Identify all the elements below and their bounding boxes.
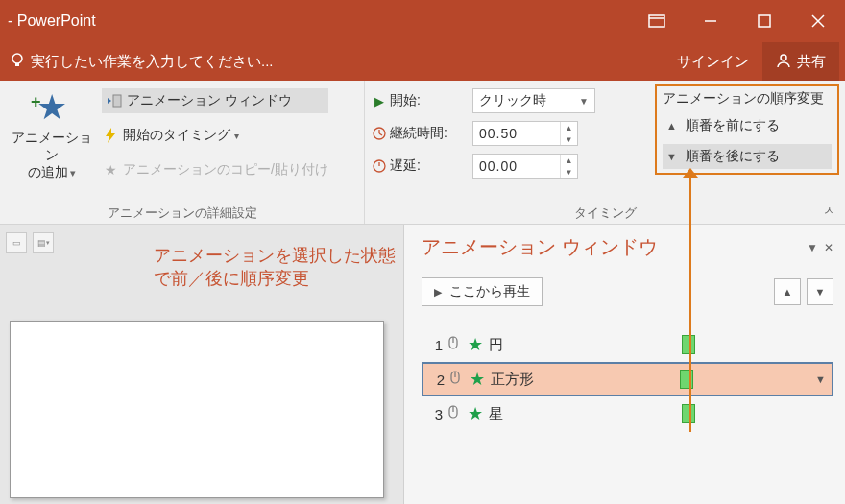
delay-value: 00.00 bbox=[473, 158, 560, 174]
trigger-button[interactable]: 開始のタイミング ▾ bbox=[102, 123, 328, 148]
delay-spinner[interactable]: 00.00 ▲▼ bbox=[472, 154, 578, 179]
svg-rect-9 bbox=[113, 95, 121, 107]
start-combo[interactable]: クリック時 ▼ bbox=[472, 88, 595, 113]
tellme-input[interactable]: 実行したい作業を入力してください... bbox=[31, 53, 664, 71]
item-number: 2 bbox=[427, 372, 445, 388]
lightning-icon bbox=[102, 128, 119, 143]
animation-item[interactable]: 1 ★ 円 bbox=[422, 327, 833, 362]
svg-marker-10 bbox=[108, 98, 111, 104]
annotation-text: アニメーションを選択した状態で前／後に順序変更 bbox=[154, 244, 403, 290]
advanced-group-label: アニメーションの詳細設定 bbox=[0, 203, 364, 224]
svg-line-14 bbox=[379, 133, 382, 135]
close-button[interactable] bbox=[791, 0, 845, 42]
animation-painter-label: アニメーションのコピー/貼り付け bbox=[123, 161, 328, 179]
svg-rect-3 bbox=[759, 15, 770, 27]
share-person-icon bbox=[776, 53, 791, 71]
star-icon: ★ bbox=[468, 334, 483, 355]
add-animation-star-icon: +★ bbox=[36, 90, 67, 125]
animation-pane-button[interactable]: アニメーション ウィンドウ bbox=[102, 88, 328, 113]
animation-pane: アニメーション ウィンドウ ▼ ✕ ▶ ここから再生 ▲ ▼ 1 ★ bbox=[403, 225, 845, 504]
mouse-click-icon bbox=[447, 404, 460, 424]
play-from-label: ここから再生 bbox=[449, 283, 530, 300]
move-up-button[interactable]: ▲ bbox=[774, 278, 801, 305]
duration-spinner[interactable]: 00.50 ▲▼ bbox=[472, 121, 578, 146]
item-label: 星 bbox=[489, 405, 682, 423]
spin-down-icon[interactable]: ▼ bbox=[561, 133, 577, 145]
animation-item-selected[interactable]: 2 ★ 正方形 ▼ bbox=[422, 362, 833, 396]
move-later-button[interactable]: ▼ 順番を後にする bbox=[663, 144, 832, 169]
pane-close-icon[interactable]: ✕ bbox=[824, 241, 833, 254]
add-animation-label-1: アニメーション bbox=[12, 130, 92, 162]
move-earlier-button[interactable]: ▲ 順番を前にする bbox=[663, 113, 832, 138]
svg-rect-7 bbox=[15, 63, 19, 66]
spin-up-icon[interactable]: ▲ bbox=[561, 122, 577, 133]
item-number: 3 bbox=[425, 406, 443, 422]
move-earlier-label: 順番を前にする bbox=[686, 117, 780, 134]
svg-point-6 bbox=[12, 54, 22, 63]
delay-label: 遅延: bbox=[390, 157, 472, 175]
animation-painter-button: ★ アニメーションのコピー/貼り付け bbox=[102, 157, 328, 182]
svg-rect-0 bbox=[649, 15, 664, 27]
spin-down-icon[interactable]: ▼ bbox=[561, 166, 577, 178]
mouse-click-icon bbox=[448, 370, 462, 390]
animation-pane-icon bbox=[106, 94, 123, 108]
reorder-box: アニメーションの順序変更 ▲ 順番を前にする ▼ 順番を後にする bbox=[655, 84, 839, 175]
spin-up-icon[interactable]: ▲ bbox=[561, 155, 577, 166]
pane-dropdown-icon[interactable]: ▼ bbox=[807, 241, 818, 254]
star-icon: ★ bbox=[470, 369, 485, 390]
start-value: クリック時 bbox=[479, 92, 546, 109]
animation-pane-label: アニメーション ウィンドウ bbox=[127, 92, 292, 109]
app-title: - PowerPoint bbox=[0, 0, 630, 42]
slide-canvas[interactable] bbox=[10, 321, 384, 498]
svg-point-8 bbox=[781, 55, 786, 60]
item-dropdown-icon[interactable]: ▼ bbox=[815, 373, 826, 385]
pane-title: アニメーション ウィンドウ bbox=[422, 234, 658, 260]
timing-bar bbox=[682, 404, 695, 423]
tellme-bulb-icon bbox=[10, 52, 25, 72]
add-animation-label-2: の追加 bbox=[28, 164, 68, 180]
duration-label: 継続時間: bbox=[390, 125, 472, 142]
trigger-label: 開始のタイミング bbox=[123, 127, 230, 144]
triangle-up-icon: ▲ bbox=[666, 120, 682, 132]
item-label: 正方形 bbox=[491, 371, 680, 389]
move-down-button[interactable]: ▼ bbox=[807, 278, 833, 305]
star-icon: ★ bbox=[468, 403, 483, 424]
triangle-down-icon: ▼ bbox=[666, 151, 682, 162]
duration-value: 00.50 bbox=[473, 126, 560, 141]
reorder-title: アニメーションの順序変更 bbox=[663, 90, 832, 108]
maximize-button[interactable] bbox=[737, 0, 791, 42]
item-number: 1 bbox=[425, 337, 443, 353]
signin-link[interactable]: サインイン bbox=[664, 53, 762, 71]
svg-marker-11 bbox=[106, 128, 115, 143]
ribbon-display-options-icon[interactable] bbox=[630, 0, 684, 42]
star-disabled-icon: ★ bbox=[102, 162, 119, 178]
delay-clock-icon bbox=[371, 159, 388, 173]
collapse-ribbon-icon[interactable]: ㅅ bbox=[823, 203, 835, 220]
thumbnail-view-button[interactable]: ▭ bbox=[6, 232, 27, 253]
minimize-button[interactable] bbox=[684, 0, 737, 42]
start-label: 開始: bbox=[390, 92, 472, 109]
animation-item[interactable]: 3 ★ 星 bbox=[422, 396, 833, 431]
share-button[interactable]: 共有 bbox=[762, 42, 839, 81]
timing-bar bbox=[682, 335, 695, 354]
timing-bar bbox=[680, 370, 693, 389]
share-label: 共有 bbox=[797, 53, 826, 71]
mouse-click-icon bbox=[447, 335, 460, 355]
timing-group-label: タイミング bbox=[365, 203, 845, 224]
start-bullet-icon: ▶ bbox=[371, 94, 388, 108]
item-label: 円 bbox=[489, 336, 682, 354]
add-animation-button[interactable]: +★ アニメーション の追加▾ bbox=[6, 84, 98, 181]
duration-clock-icon bbox=[371, 127, 388, 140]
outline-view-button[interactable]: ▤▾ bbox=[33, 232, 54, 253]
play-from-button[interactable]: ▶ ここから再生 bbox=[422, 277, 543, 306]
play-icon: ▶ bbox=[434, 286, 442, 299]
dropdown-arrow-icon: ▼ bbox=[579, 96, 589, 107]
move-later-label: 順番を後にする bbox=[686, 148, 780, 165]
